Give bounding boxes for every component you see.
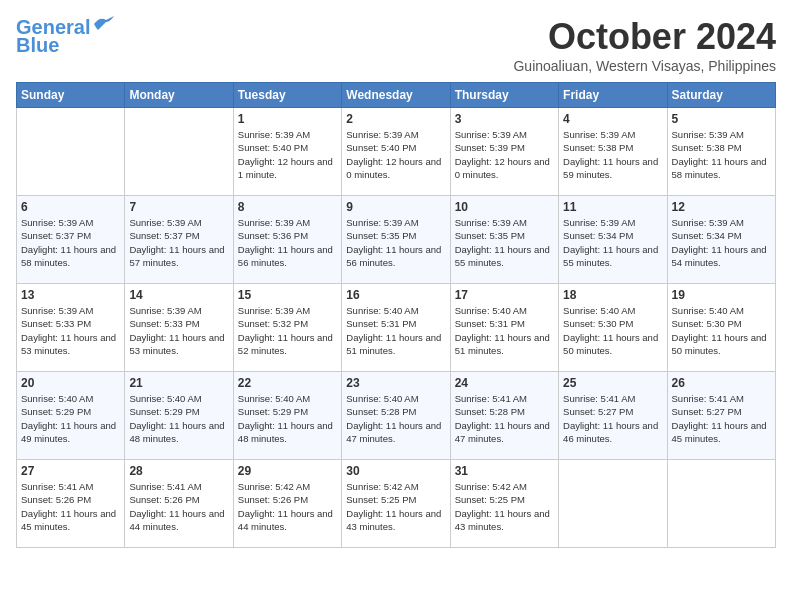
day-number: 25 [563,376,662,390]
month-title: October 2024 [513,16,776,58]
calendar-week-row: 27Sunrise: 5:41 AM Sunset: 5:26 PM Dayli… [17,460,776,548]
day-number: 23 [346,376,445,390]
calendar-cell: 6Sunrise: 5:39 AM Sunset: 5:37 PM Daylig… [17,196,125,284]
day-info: Sunrise: 5:42 AM Sunset: 5:25 PM Dayligh… [346,480,445,533]
day-info: Sunrise: 5:39 AM Sunset: 5:40 PM Dayligh… [346,128,445,181]
calendar-cell: 17Sunrise: 5:40 AM Sunset: 5:31 PM Dayli… [450,284,558,372]
day-number: 3 [455,112,554,126]
day-number: 9 [346,200,445,214]
day-info: Sunrise: 5:39 AM Sunset: 5:37 PM Dayligh… [21,216,120,269]
day-info: Sunrise: 5:39 AM Sunset: 5:38 PM Dayligh… [672,128,771,181]
location: Guinoaliuan, Western Visayas, Philippine… [513,58,776,74]
day-number: 7 [129,200,228,214]
day-info: Sunrise: 5:39 AM Sunset: 5:34 PM Dayligh… [672,216,771,269]
calendar-week-row: 13Sunrise: 5:39 AM Sunset: 5:33 PM Dayli… [17,284,776,372]
day-info: Sunrise: 5:41 AM Sunset: 5:27 PM Dayligh… [672,392,771,445]
day-number: 5 [672,112,771,126]
day-number: 27 [21,464,120,478]
day-info: Sunrise: 5:39 AM Sunset: 5:33 PM Dayligh… [129,304,228,357]
day-number: 4 [563,112,662,126]
day-number: 1 [238,112,337,126]
day-info: Sunrise: 5:39 AM Sunset: 5:32 PM Dayligh… [238,304,337,357]
day-number: 19 [672,288,771,302]
calendar-header-sunday: Sunday [17,83,125,108]
calendar-cell: 23Sunrise: 5:40 AM Sunset: 5:28 PM Dayli… [342,372,450,460]
calendar-cell: 31Sunrise: 5:42 AM Sunset: 5:25 PM Dayli… [450,460,558,548]
day-info: Sunrise: 5:39 AM Sunset: 5:40 PM Dayligh… [238,128,337,181]
day-info: Sunrise: 5:39 AM Sunset: 5:39 PM Dayligh… [455,128,554,181]
calendar-table: SundayMondayTuesdayWednesdayThursdayFrid… [16,82,776,548]
day-info: Sunrise: 5:42 AM Sunset: 5:26 PM Dayligh… [238,480,337,533]
day-info: Sunrise: 5:41 AM Sunset: 5:28 PM Dayligh… [455,392,554,445]
calendar-cell [17,108,125,196]
day-number: 2 [346,112,445,126]
calendar-cell: 4Sunrise: 5:39 AM Sunset: 5:38 PM Daylig… [559,108,667,196]
day-number: 10 [455,200,554,214]
calendar-cell: 30Sunrise: 5:42 AM Sunset: 5:25 PM Dayli… [342,460,450,548]
day-info: Sunrise: 5:39 AM Sunset: 5:35 PM Dayligh… [346,216,445,269]
day-info: Sunrise: 5:39 AM Sunset: 5:36 PM Dayligh… [238,216,337,269]
calendar-header-row: SundayMondayTuesdayWednesdayThursdayFrid… [17,83,776,108]
day-info: Sunrise: 5:40 AM Sunset: 5:29 PM Dayligh… [129,392,228,445]
calendar-cell [125,108,233,196]
day-number: 17 [455,288,554,302]
day-info: Sunrise: 5:39 AM Sunset: 5:37 PM Dayligh… [129,216,228,269]
day-number: 13 [21,288,120,302]
calendar-cell: 27Sunrise: 5:41 AM Sunset: 5:26 PM Dayli… [17,460,125,548]
calendar-cell: 7Sunrise: 5:39 AM Sunset: 5:37 PM Daylig… [125,196,233,284]
day-number: 16 [346,288,445,302]
day-number: 14 [129,288,228,302]
calendar-cell: 8Sunrise: 5:39 AM Sunset: 5:36 PM Daylig… [233,196,341,284]
day-info: Sunrise: 5:41 AM Sunset: 5:26 PM Dayligh… [21,480,120,533]
calendar-cell: 2Sunrise: 5:39 AM Sunset: 5:40 PM Daylig… [342,108,450,196]
calendar-cell: 3Sunrise: 5:39 AM Sunset: 5:39 PM Daylig… [450,108,558,196]
logo-bird-icon [92,16,114,32]
calendar-cell: 25Sunrise: 5:41 AM Sunset: 5:27 PM Dayli… [559,372,667,460]
day-number: 30 [346,464,445,478]
day-info: Sunrise: 5:40 AM Sunset: 5:29 PM Dayligh… [238,392,337,445]
day-info: Sunrise: 5:41 AM Sunset: 5:26 PM Dayligh… [129,480,228,533]
calendar-cell: 28Sunrise: 5:41 AM Sunset: 5:26 PM Dayli… [125,460,233,548]
day-number: 28 [129,464,228,478]
calendar-cell: 21Sunrise: 5:40 AM Sunset: 5:29 PM Dayli… [125,372,233,460]
day-number: 24 [455,376,554,390]
calendar-cell: 14Sunrise: 5:39 AM Sunset: 5:33 PM Dayli… [125,284,233,372]
day-info: Sunrise: 5:40 AM Sunset: 5:30 PM Dayligh… [563,304,662,357]
day-number: 12 [672,200,771,214]
day-number: 26 [672,376,771,390]
day-info: Sunrise: 5:40 AM Sunset: 5:29 PM Dayligh… [21,392,120,445]
day-number: 6 [21,200,120,214]
calendar-cell: 9Sunrise: 5:39 AM Sunset: 5:35 PM Daylig… [342,196,450,284]
day-info: Sunrise: 5:39 AM Sunset: 5:35 PM Dayligh… [455,216,554,269]
logo: General Blue [16,16,114,56]
page-header: General Blue October 2024 Guinoaliuan, W… [16,16,776,74]
day-number: 21 [129,376,228,390]
day-number: 15 [238,288,337,302]
day-number: 31 [455,464,554,478]
calendar-week-row: 1Sunrise: 5:39 AM Sunset: 5:40 PM Daylig… [17,108,776,196]
calendar-cell [559,460,667,548]
calendar-cell: 18Sunrise: 5:40 AM Sunset: 5:30 PM Dayli… [559,284,667,372]
calendar-cell: 20Sunrise: 5:40 AM Sunset: 5:29 PM Dayli… [17,372,125,460]
calendar-cell [667,460,775,548]
calendar-cell: 15Sunrise: 5:39 AM Sunset: 5:32 PM Dayli… [233,284,341,372]
calendar-header-saturday: Saturday [667,83,775,108]
title-block: October 2024 Guinoaliuan, Western Visaya… [513,16,776,74]
day-info: Sunrise: 5:40 AM Sunset: 5:31 PM Dayligh… [346,304,445,357]
day-number: 18 [563,288,662,302]
calendar-cell: 13Sunrise: 5:39 AM Sunset: 5:33 PM Dayli… [17,284,125,372]
calendar-cell: 16Sunrise: 5:40 AM Sunset: 5:31 PM Dayli… [342,284,450,372]
calendar-week-row: 20Sunrise: 5:40 AM Sunset: 5:29 PM Dayli… [17,372,776,460]
calendar-cell: 26Sunrise: 5:41 AM Sunset: 5:27 PM Dayli… [667,372,775,460]
day-number: 8 [238,200,337,214]
calendar-cell: 22Sunrise: 5:40 AM Sunset: 5:29 PM Dayli… [233,372,341,460]
calendar-cell: 10Sunrise: 5:39 AM Sunset: 5:35 PM Dayli… [450,196,558,284]
day-info: Sunrise: 5:39 AM Sunset: 5:34 PM Dayligh… [563,216,662,269]
day-info: Sunrise: 5:40 AM Sunset: 5:31 PM Dayligh… [455,304,554,357]
day-info: Sunrise: 5:39 AM Sunset: 5:38 PM Dayligh… [563,128,662,181]
calendar-cell: 11Sunrise: 5:39 AM Sunset: 5:34 PM Dayli… [559,196,667,284]
calendar-header-friday: Friday [559,83,667,108]
calendar-week-row: 6Sunrise: 5:39 AM Sunset: 5:37 PM Daylig… [17,196,776,284]
calendar-cell: 5Sunrise: 5:39 AM Sunset: 5:38 PM Daylig… [667,108,775,196]
day-number: 22 [238,376,337,390]
